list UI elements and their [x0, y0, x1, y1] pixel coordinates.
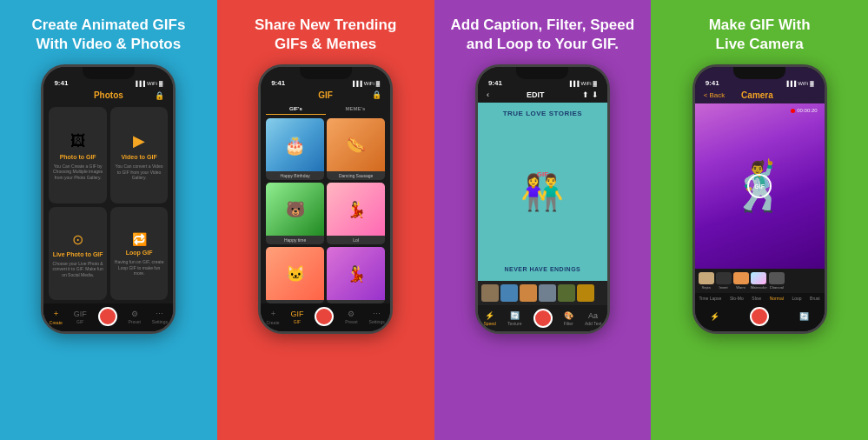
love-couple-emoji: 👫 — [520, 175, 564, 210]
tool-text[interactable]: Aa Add Text — [585, 311, 601, 326]
gif-tab-icon-2: GIF — [290, 310, 303, 318]
filter-thumb-sepia — [699, 272, 714, 284]
phone-4-status-icons: ▐▐▐ WiFi ▓ — [785, 81, 813, 86]
phone-2: 9:41 ▐▐▐ WiFi ▓ GIF 🔒 GIF's MEME's — [258, 64, 393, 334]
filter-label-watercolor: Watercolor — [751, 285, 767, 290]
texture-label: Texture — [507, 321, 521, 326]
video-to-gif-label: Video to GIF — [122, 154, 157, 160]
filter-charcoal[interactable]: Charcoal — [769, 272, 785, 290]
live-photo-cell[interactable]: ⊙ Live Photo to GIF Choose your Live Pho… — [49, 207, 107, 301]
gif-item-happy[interactable]: Happy time — [266, 183, 324, 244]
gif-item-sausage[interactable]: Dancing Sausage — [327, 118, 385, 180]
panel-4-title: Make GIF With Live Camera — [709, 16, 811, 54]
lock-icon: 🔒 — [155, 91, 164, 100]
loop-gif-label: Loop GIF — [126, 250, 153, 256]
live-photo-icon: ⊙ — [72, 231, 83, 248]
phone-2-status-icons: ▐▐▐ WiFi ▓ — [351, 81, 380, 86]
flip-tab[interactable]: 🔄 — [799, 312, 809, 321]
tab2-preset[interactable]: ⚙ Preset — [345, 310, 357, 324]
phone-2-notch — [300, 67, 352, 79]
filter-1[interactable] — [481, 284, 499, 302]
speed-loop[interactable]: Loop — [792, 296, 801, 301]
speed-timelapse[interactable]: Time Lapse — [699, 296, 721, 301]
filter-icon: 🎨 — [564, 311, 573, 320]
phone-3-notch — [516, 67, 568, 79]
settings-tab-label: Settings — [152, 319, 168, 324]
tab2-settings[interactable]: ⋯ Settings — [369, 310, 385, 324]
phone-4: 9:41 ▐▐▐ WiFi ▓ < Back Camera 00:00:20 🕺 — [692, 64, 827, 334]
filter-2[interactable] — [500, 284, 518, 302]
loop-gif-cell[interactable]: 🔁 Loop GIF Having fun on GIF, create Loo… — [110, 207, 169, 301]
love-story-bottom-text: NEVER HAVE ENDINGS — [478, 266, 607, 272]
phone-1-status-icons: ▐▐▐ WiFi ▓ — [134, 81, 162, 86]
photo-icon: 🖼 — [70, 132, 86, 150]
filter-6[interactable] — [577, 284, 594, 302]
gif-item-jump[interactable] — [327, 247, 385, 303]
filter-5[interactable] — [558, 284, 575, 302]
gif-thumb-birthday — [266, 118, 324, 171]
tab2-create[interactable]: ＋ Create — [267, 308, 280, 325]
live-photo-label: Live Photo to GIF — [53, 251, 103, 257]
phone-1-notch — [83, 67, 135, 79]
record-button-2[interactable] — [315, 307, 334, 326]
wifi-icon-4: WiFi — [798, 81, 808, 86]
tab2-gif[interactable]: GIF GIF — [290, 310, 303, 324]
phone-4-header: < Back Camera — [695, 89, 825, 103]
panel-camera: Make GIF With Live Camera 9:41 ▐▐▐ WiFi … — [651, 0, 868, 440]
gif-thumb-lol — [327, 183, 385, 236]
battery-icon: ▓ — [159, 81, 162, 86]
tab-preset[interactable]: ⚙ Preset — [129, 310, 141, 324]
memes-tab[interactable]: MEME's — [326, 103, 386, 115]
record-button-4[interactable] — [750, 307, 769, 326]
record-button-3[interactable] — [533, 309, 553, 328]
speed-slow[interactable]: Slow — [752, 296, 761, 301]
record-button[interactable] — [98, 307, 117, 326]
gif-label-happy: Happy time — [266, 236, 324, 244]
settings-tab-icon-2: ⋯ — [373, 310, 381, 318]
filter-sepia[interactable]: Sepia — [699, 272, 714, 290]
gifs-tab-label: GIF's — [289, 106, 302, 111]
phone-1-bottom-bar: ＋ Create GIF GIF ⚙ Preset ⋯ Settings — [43, 303, 173, 331]
video-to-gif-desc: You Can convert a Video to GIF from your… — [114, 163, 165, 181]
filter-warm[interactable]: Warm — [733, 272, 749, 290]
phone-4-notch — [733, 67, 785, 79]
share-icon-3[interactable]: ⬆ — [582, 90, 589, 99]
filter-watercolor[interactable]: Watercolor — [751, 272, 767, 290]
video-to-gif-cell[interactable]: ▶ Video to GIF You Can convert a Video t… — [110, 107, 169, 203]
phone-3-screen: 9:41 ▐▐▐ WiFi ▓ ‹ EDIT ⬆ ⬇ TRUE LOVE STO… — [478, 67, 607, 331]
gif-thumb-jump — [327, 247, 385, 300]
gif-item-cat[interactable] — [266, 247, 324, 303]
download-icon-3[interactable]: ⬇ — [592, 90, 599, 99]
speed-slomo[interactable]: Slo-Mo — [730, 296, 744, 301]
filter-invert[interactable]: Invert — [716, 272, 732, 290]
speed-brust[interactable]: Brust — [810, 296, 820, 301]
rec-indicator: 00:00:20 — [791, 108, 817, 113]
gif-item-birthday[interactable]: Happy Birthday — [266, 118, 324, 180]
filter-thumb-invert — [716, 272, 732, 284]
speed-normal[interactable]: Normal — [770, 296, 784, 301]
gif-item-lol[interactable]: Lol — [327, 183, 385, 244]
filter-label: Filter — [564, 321, 573, 326]
back-button-4[interactable]: < Back — [704, 91, 726, 99]
settings-tab-label-2: Settings — [369, 319, 385, 324]
tab-gif[interactable]: GIF GIF — [74, 310, 87, 324]
tab-create[interactable]: ＋ Create — [50, 308, 63, 325]
phone-1: 9:41 ▐▐▐ WiFi ▓ Photos 🔒 🖼 Photo to GIF … — [41, 64, 176, 334]
tool-texture[interactable]: 🔄 Texture — [507, 311, 521, 326]
battery-icon-4: ▓ — [810, 81, 813, 86]
tool-filter[interactable]: 🎨 Filter — [564, 311, 573, 326]
photo-to-gif-cell[interactable]: 🖼 Photo to GIF You Can Create a GIF by C… — [49, 107, 107, 203]
gifs-tab[interactable]: GIF's — [266, 103, 326, 115]
phone-3-screen-title: EDIT — [527, 90, 545, 99]
tool-speed[interactable]: ⚡ Speed — [483, 311, 495, 326]
signal-icon-2: ▐▐▐ — [351, 81, 362, 86]
phone-4-time: 9:41 — [706, 79, 719, 87]
flash-tab[interactable]: ⚡ — [710, 312, 719, 321]
back-button-3[interactable]: ‹ — [487, 90, 489, 99]
filter-3[interactable] — [520, 284, 537, 302]
phone-4-screen: 9:41 ▐▐▐ WiFi ▓ < Back Camera 00:00:20 🕺 — [695, 67, 825, 331]
filter-4[interactable] — [539, 284, 556, 302]
gif-tab-label-2: GIF — [294, 319, 301, 324]
phone-3-content: TRUE LOVE STORIES 👫 GIF NEVER HAVE ENDIN… — [478, 103, 607, 281]
tab-settings[interactable]: ⋯ Settings — [152, 310, 168, 324]
